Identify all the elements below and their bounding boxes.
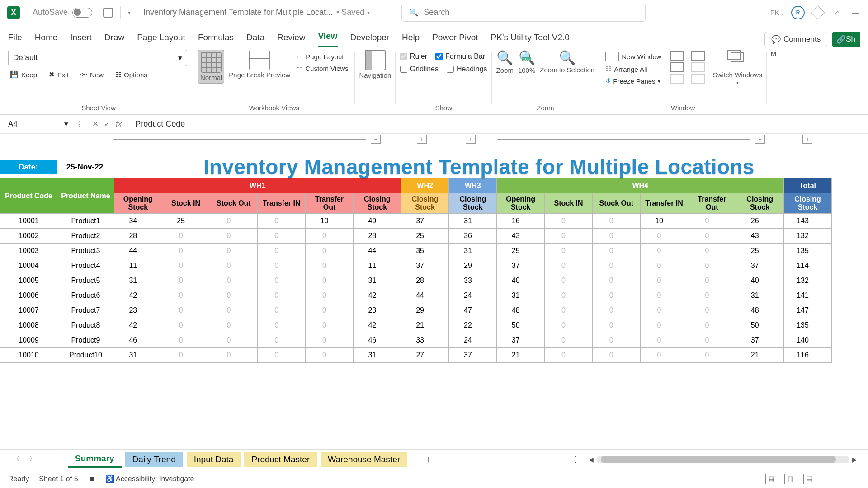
- zoom-button[interactable]: 🔍Zoom: [496, 50, 514, 74]
- cell[interactable]: 0: [210, 229, 258, 244]
- cell[interactable]: 0: [688, 229, 736, 244]
- page-layout-button[interactable]: ▭ Page Layout: [295, 52, 350, 61]
- cell[interactable]: 44: [353, 244, 401, 258]
- cell[interactable]: 0: [640, 348, 688, 363]
- sheet-menu-icon[interactable]: ⋮: [571, 455, 580, 465]
- cell[interactable]: 0: [688, 244, 736, 258]
- cell[interactable]: 0: [306, 318, 354, 333]
- cell[interactable]: 0: [688, 303, 736, 318]
- cell[interactable]: 0: [306, 229, 354, 244]
- cell[interactable]: 50: [497, 318, 545, 333]
- tab-formulas[interactable]: Formulas: [198, 33, 234, 47]
- comments-button[interactable]: 💬 Comments: [764, 32, 827, 47]
- cell[interactable]: 21: [497, 348, 545, 363]
- cell[interactable]: Product8: [57, 318, 114, 333]
- cell[interactable]: 0: [545, 303, 593, 318]
- cell[interactable]: 31: [449, 244, 497, 258]
- cell[interactable]: 37: [497, 333, 545, 348]
- ruler-checkbox[interactable]: Ruler: [400, 52, 427, 61]
- cell[interactable]: 35: [401, 244, 449, 258]
- cell[interactable]: 0: [545, 214, 593, 229]
- cell[interactable]: 0: [545, 244, 593, 258]
- cell[interactable]: 0: [306, 258, 354, 273]
- cell[interactable]: 0: [592, 244, 640, 258]
- cell[interactable]: 0: [545, 348, 593, 363]
- inventory-table[interactable]: Product Code Product Name WH1 WH2 WH3 WH…: [0, 178, 832, 363]
- cell[interactable]: 0: [258, 303, 306, 318]
- search-box[interactable]: 🔍: [401, 4, 646, 22]
- cell[interactable]: 0: [306, 273, 354, 288]
- headings-checkbox[interactable]: Headings: [447, 64, 487, 74]
- cell[interactable]: 0: [162, 229, 210, 244]
- cell[interactable]: 42: [353, 288, 401, 303]
- cell[interactable]: 0: [688, 214, 736, 229]
- cell[interactable]: 0: [592, 288, 640, 303]
- cancel-icon[interactable]: ✕: [92, 119, 99, 129]
- tab-insert[interactable]: Insert: [70, 33, 92, 47]
- tab-file[interactable]: File: [8, 33, 22, 47]
- formula-input[interactable]: Product Code: [127, 119, 185, 129]
- cell[interactable]: 27: [401, 348, 449, 363]
- cell[interactable]: 0: [210, 333, 258, 348]
- cell[interactable]: 0: [545, 288, 593, 303]
- cell[interactable]: 0: [162, 318, 210, 333]
- cell[interactable]: 23: [353, 303, 401, 318]
- cell[interactable]: 0: [592, 333, 640, 348]
- tab-data[interactable]: Data: [246, 33, 264, 47]
- table-row[interactable]: 10009Product946000046332437000037140: [0, 333, 832, 348]
- cell[interactable]: 116: [784, 348, 832, 363]
- date-value-cell[interactable]: 25-Nov-22: [57, 160, 113, 174]
- cell[interactable]: 0: [640, 258, 688, 273]
- cell[interactable]: 10: [640, 214, 688, 229]
- outline-collapse-button[interactable]: −: [755, 135, 765, 144]
- cell[interactable]: 31: [736, 288, 784, 303]
- cell[interactable]: 28: [353, 229, 401, 244]
- cell[interactable]: Product2: [57, 229, 114, 244]
- cell[interactable]: 46: [114, 333, 162, 348]
- cell[interactable]: 36: [449, 229, 497, 244]
- page-break-button[interactable]: Page Break Preview: [229, 50, 290, 79]
- unhide-icon[interactable]: [670, 74, 684, 84]
- cell[interactable]: 0: [640, 333, 688, 348]
- tab-page-layout[interactable]: Page Layout: [137, 33, 185, 47]
- table-row[interactable]: 10003Product344000044353125000025135: [0, 244, 832, 258]
- cell[interactable]: 10001: [0, 214, 57, 229]
- cell[interactable]: 0: [162, 244, 210, 258]
- cell[interactable]: 31: [353, 348, 401, 363]
- save-icon[interactable]: [103, 8, 113, 18]
- cell[interactable]: 0: [162, 258, 210, 273]
- cell[interactable]: 10006: [0, 288, 57, 303]
- sheet-tab-summary[interactable]: Summary: [68, 451, 122, 468]
- arrange-all-button[interactable]: ☷ Arrange All: [604, 64, 663, 74]
- cell[interactable]: 44: [401, 288, 449, 303]
- cell[interactable]: 49: [353, 214, 401, 229]
- options-button[interactable]: ☷ Options: [113, 70, 149, 80]
- view-normal-icon[interactable]: ▦: [765, 474, 778, 484]
- cell[interactable]: 0: [306, 288, 354, 303]
- cell[interactable]: 10009: [0, 333, 57, 348]
- user-label[interactable]: PK .: [770, 9, 783, 16]
- cell[interactable]: 0: [640, 303, 688, 318]
- cell[interactable]: 0: [688, 273, 736, 288]
- cell[interactable]: 0: [545, 333, 593, 348]
- table-row[interactable]: 10010Product1031000031273721000021116: [0, 348, 832, 363]
- table-row[interactable]: 10008Product842000042212250000050135: [0, 318, 832, 333]
- split-icon[interactable]: [670, 51, 684, 61]
- hide-icon[interactable]: [670, 62, 684, 72]
- cell[interactable]: 0: [258, 214, 306, 229]
- cell[interactable]: Product7: [57, 303, 114, 318]
- cell[interactable]: 37: [449, 348, 497, 363]
- qat-chevron-icon[interactable]: ▾: [128, 9, 131, 16]
- cell[interactable]: 0: [688, 258, 736, 273]
- cell[interactable]: Product6: [57, 288, 114, 303]
- cell[interactable]: 0: [688, 348, 736, 363]
- cell[interactable]: 21: [736, 348, 784, 363]
- zoom-slider[interactable]: [833, 479, 860, 479]
- macros-button[interactable]: M: [771, 50, 777, 57]
- cell[interactable]: 132: [784, 273, 832, 288]
- cell[interactable]: 0: [210, 348, 258, 363]
- cell[interactable]: 0: [258, 258, 306, 273]
- cell[interactable]: 0: [162, 273, 210, 288]
- cell[interactable]: 0: [592, 273, 640, 288]
- normal-button[interactable]: Normal: [198, 50, 224, 84]
